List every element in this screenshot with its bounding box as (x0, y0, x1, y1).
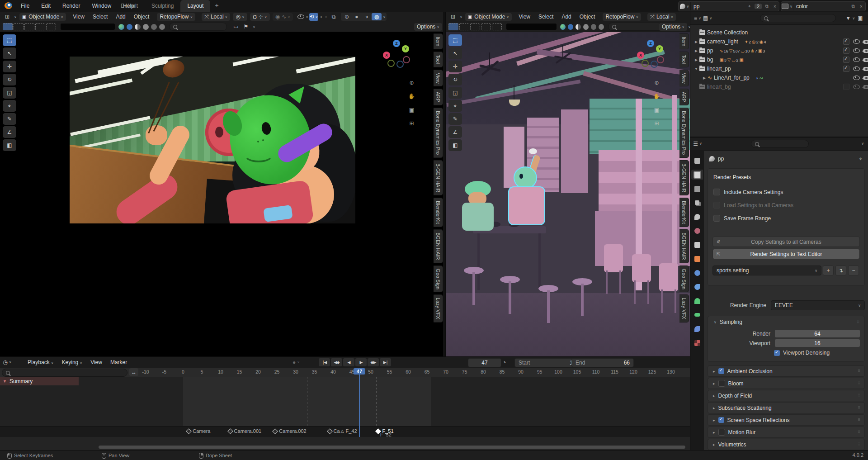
outliner-item-label[interactable]: pp (707, 47, 713, 54)
tool-scale[interactable]: ◱ (3, 87, 16, 99)
checkbox-checked-icon[interactable] (718, 368, 724, 374)
snap-dropdown[interactable]: Ω⊹∨ (250, 13, 270, 21)
properties-tab-bone-constraint[interactable] (691, 324, 703, 334)
checkbox-icon[interactable] (718, 380, 725, 387)
half-sphere-icon[interactable] (135, 24, 141, 30)
shading-mode-switch[interactable]: ⊕●◑◍∨ (341, 13, 387, 21)
outliner-row[interactable]: ▶pp∿16▽537◡10⋔7▣3 (690, 46, 868, 55)
section-ambient-occlusion[interactable]: ▸Ambient Occlusion⠿ (708, 365, 865, 377)
preset-remove-button[interactable]: − (848, 266, 859, 275)
blue-square-icon[interactable] (568, 24, 573, 30)
panel-title[interactable]: Render Presets (713, 174, 751, 180)
editor-type-icon[interactable]: ⊞ (448, 13, 458, 21)
copy-settings-button[interactable]: ⚟ Copy Settings to all Cameras (712, 237, 860, 247)
filter-toggle-icon[interactable]: ↔ (129, 368, 138, 376)
expand-icon[interactable]: ▸ (713, 442, 715, 447)
copy-icon[interactable]: ⧉ (849, 4, 857, 9)
select-mode-icon[interactable] (14, 23, 24, 30)
pivot-point-dropdown[interactable]: ◎∨ (233, 13, 247, 21)
record-icon[interactable]: ●∨ (292, 358, 301, 366)
timeline-menu-keying[interactable]: Keying∨ (58, 359, 87, 365)
timeline-marker[interactable]: △F_42 (341, 428, 357, 434)
filter-icon[interactable]: ▼∨ (845, 14, 855, 22)
axis-negative-handle[interactable] (657, 56, 664, 63)
zoom-icon[interactable]: ⊕ (653, 79, 660, 86)
expand-icon[interactable]: ▼ (3, 379, 7, 384)
timeline-marker[interactable]: Ca (328, 428, 340, 434)
outliner-row[interactable]: lineart_bg (690, 82, 868, 91)
viewport-menu-object[interactable]: Object (576, 14, 599, 20)
falloff-icon[interactable] (143, 24, 149, 30)
toggle-xray-icon[interactable]: ⧉ (329, 13, 338, 21)
timeline-menu-playback[interactable]: Playback∨ (24, 359, 58, 365)
disable-in-render-icon[interactable] (862, 83, 868, 91)
outliner-search-input[interactable] (760, 14, 836, 22)
axis-z-handle[interactable]: Z (647, 40, 654, 47)
viewport-menu-select[interactable]: Select (534, 14, 557, 20)
viewport-menu-add[interactable]: Add (112, 14, 129, 20)
scene-selector[interactable]: ∨ pp ⌖ 2 ⧉ × (678, 1, 779, 11)
viewport-menu-select[interactable]: Select (89, 14, 112, 20)
mode-selector[interactable]: ▣Object Mode∨ (19, 13, 66, 21)
scene-icon[interactable]: ∨ (679, 2, 691, 10)
exclude-checkbox[interactable] (842, 47, 850, 55)
pan-hand-icon[interactable]: ✋ (408, 92, 415, 100)
magnet-icon[interactable] (599, 24, 604, 30)
hide-in-viewport-icon[interactable] (852, 83, 860, 91)
timeline-editor-icon[interactable]: ◷∨ (3, 358, 12, 366)
new-collection-icon[interactable]: ▣ (856, 14, 865, 22)
hide-in-viewport-icon[interactable] (852, 47, 860, 55)
stopwatch-icon[interactable]: ◔ (503, 359, 506, 365)
expand-icon[interactable]: ▶ (701, 76, 708, 80)
hide-in-viewport-icon[interactable] (852, 65, 860, 73)
proportional-edit-dropdown[interactable]: ◉∿∨ (273, 13, 293, 21)
magnet-icon[interactable] (159, 24, 165, 30)
hide-in-viewport-icon[interactable] (852, 38, 860, 46)
exclude-checkbox[interactable] (842, 38, 850, 46)
playhead[interactable] (359, 368, 360, 437)
section-depth-of-field[interactable]: ▸Depth of Field⠿ (708, 390, 865, 401)
select-mode-icon[interactable] (459, 23, 469, 30)
axis-z-handle[interactable]: Z (393, 40, 400, 47)
camera-view-icon[interactable]: ▣ (408, 106, 415, 114)
exclude-checkbox[interactable] (842, 83, 850, 91)
viewport-menu-add[interactable]: Add (557, 14, 575, 20)
sidebar-tab-item[interactable]: Item (434, 33, 443, 49)
timeline-marker[interactable]: Camera.001 (228, 428, 262, 434)
frame-start-field[interactable]: Start1 (514, 358, 577, 367)
tool-scale[interactable]: ◱ (448, 87, 462, 99)
expand-icon[interactable]: ▶ (693, 58, 699, 62)
sidebar-tab-geo-sign[interactable]: Geo Sign (434, 266, 443, 293)
collapse-icon[interactable]: ∨ (714, 320, 717, 324)
zoom-icon[interactable]: ⊕ (408, 79, 415, 86)
half-sphere-icon[interactable] (576, 24, 581, 30)
transform-orientation-dropdown[interactable]: ⤧Local∨ (202, 13, 230, 21)
sidebar-tab-b-gen-hair[interactable]: B-GEN HAIR (679, 160, 689, 195)
tool-box-select[interactable]: ⬚ (448, 34, 462, 46)
grip-icon[interactable]: ⠿ (858, 442, 861, 446)
tool-search-input[interactable] (169, 23, 227, 31)
sidebar-tab-blenderkit[interactable]: BlenderKit (679, 198, 689, 227)
disable-in-render-icon[interactable] (862, 74, 868, 82)
axis-negative-handle[interactable] (403, 56, 410, 63)
tool-cursor[interactable]: ↖ (3, 47, 16, 59)
menu-file[interactable]: File (15, 0, 35, 12)
section-motion-blur[interactable]: ▸Motion Blur⠿ (708, 427, 865, 438)
tool-move[interactable]: ✢ (448, 61, 462, 72)
expand-icon[interactable]: ▸ (713, 430, 715, 435)
expand-icon[interactable]: ▸ (713, 406, 715, 410)
grip-icon[interactable]: ⠿ (858, 369, 861, 373)
sampling-title[interactable]: Sampling (720, 319, 742, 325)
properties-tab-output[interactable] (691, 184, 703, 194)
tool-cursor[interactable]: ↖ (448, 47, 462, 59)
viewport-menu-view[interactable]: View (69, 14, 89, 20)
transform-orientation-dropdown[interactable]: ⤧Local∨ (647, 13, 676, 21)
sidebar-tab-lazy-vfx[interactable]: Lazy VFX (434, 294, 443, 322)
select-mode-icon[interactable] (3, 23, 13, 30)
dopesheet-area[interactable]: ▼ Summary CameraCamera.001Camera.002Ca△F… (0, 377, 690, 437)
options-dropdown[interactable]: Options∨ (659, 23, 687, 31)
preset-dropdown[interactable]: sports setting∨ (712, 266, 821, 275)
grid-ortho-icon[interactable]: ⊞ (653, 119, 660, 127)
properties-tab-bone[interactable] (691, 310, 703, 320)
preset-add-button[interactable]: + (823, 266, 834, 275)
